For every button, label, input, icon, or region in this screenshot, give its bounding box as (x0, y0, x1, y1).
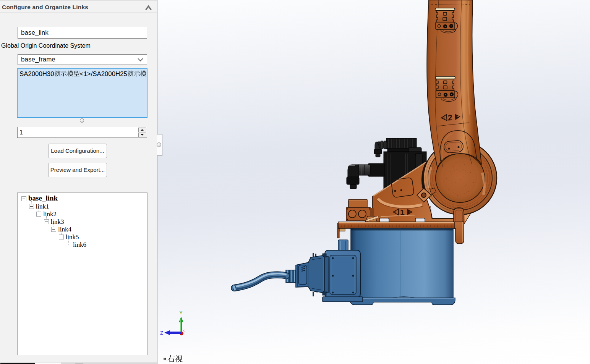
link-tree[interactable]: base_linklink1link2link3link4link5link6 (17, 193, 148, 355)
down-arrow-icon (141, 134, 144, 136)
tree-item-label[interactable]: link2 (43, 210, 57, 218)
panel-title: Configure and Organize Links (2, 4, 88, 11)
collapse-minus-icon (45, 222, 48, 222)
collapse-minus-icon (37, 214, 40, 214)
cjk-glyph-icon (134, 70, 140, 77)
spinner-down-button[interactable] (138, 133, 146, 137)
dropdown-value: base_frame (21, 56, 55, 63)
z-axis-label: Z (160, 330, 163, 336)
number-stepper-input[interactable]: 1 (17, 127, 147, 138)
splitter-knob-icon (157, 142, 161, 147)
tree-item-label[interactable]: link5 (66, 233, 79, 241)
chevron-down-icon (138, 58, 143, 61)
collapse-panel-button[interactable] (145, 5, 152, 11)
robot-model[interactable]: 2 1 (157, 0, 590, 364)
view-orientation-label (162, 354, 183, 363)
cjk-glyph-icon (54, 70, 61, 77)
selected-component-item[interactable]: SA2000H30<1>/SA2000H25 (19, 70, 148, 78)
tree-item-label[interactable]: base_link (28, 194, 58, 202)
collapse-minus-icon (23, 199, 25, 199)
panel-horizontal-scrollbar[interactable] (0, 362, 157, 364)
tree-item-label[interactable]: link3 (51, 218, 64, 226)
tree-expand-box[interactable] (21, 196, 26, 201)
tree-item-label[interactable]: link1 (36, 203, 49, 210)
cjk-glyph-icon (127, 70, 134, 77)
cjk-glyph-icon (146, 70, 148, 77)
spinner-up-button[interactable] (138, 128, 146, 132)
coordinate-system-dropdown[interactable]: base_frame (18, 54, 147, 65)
collapse-minus-icon (30, 206, 33, 207)
cjk-glyph-icon (162, 355, 167, 362)
tree-expand-box[interactable] (36, 212, 41, 217)
base-cable[interactable] (232, 273, 286, 291)
box-bottom-flange (323, 297, 363, 302)
chevron-up-icon (146, 6, 151, 10)
app-window: { "panel": { "title": "Configure and Org… (0, 0, 590, 364)
scrollbar-white-segment (35, 362, 61, 364)
cjk-glyph-icon (73, 70, 80, 77)
origin-coordinate-label: Global Origin Coordinate System (1, 42, 91, 49)
tree-expand-box[interactable] (29, 204, 34, 209)
cjk-glyph-icon (175, 355, 183, 362)
tree-connector (68, 239, 69, 245)
base-plate (350, 298, 455, 305)
cjk-glyph-icon (67, 70, 73, 77)
cjk-glyph-icon (60, 70, 67, 77)
z-axis: Z (160, 330, 182, 336)
connector-shell (296, 256, 324, 293)
tree-connector (68, 245, 72, 245)
load-configuration-button[interactable]: Load Configuration... (48, 144, 107, 158)
selection-box-resize-handle[interactable] (80, 118, 84, 123)
svg-text:1: 1 (400, 208, 405, 217)
tree-connector (46, 216, 47, 219)
box-neck (338, 240, 348, 251)
viewport-3d[interactable]: 2 1 (157, 0, 590, 364)
link-name-input[interactable]: base_link (18, 27, 147, 39)
tree-connector (61, 231, 62, 235)
base-drum (351, 228, 453, 298)
collapse-minus-icon (60, 237, 63, 237)
preview-and-export-button[interactable]: Preview and Export... (48, 163, 107, 177)
collapse-minus-icon (52, 229, 55, 230)
y-axis-label: Y (179, 310, 183, 315)
motor-left-elbow (347, 163, 385, 189)
svg-text:2: 2 (447, 113, 452, 122)
tree-expand-box[interactable] (51, 227, 56, 232)
tree-expand-box[interactable] (44, 219, 49, 224)
orientation-triad: X Y Z (160, 310, 185, 336)
links-property-panel: Configure and Organize Links base_link G… (0, 0, 157, 364)
title-divider (0, 12, 157, 13)
cjk-glyph-icon (140, 70, 146, 77)
up-arrow-icon (141, 129, 144, 131)
tree-item-label[interactable]: link4 (58, 226, 71, 233)
tree-item-label[interactable]: link6 (73, 241, 86, 249)
tree-connector (31, 201, 32, 204)
number-stepper (138, 128, 146, 137)
tree-connector (53, 224, 54, 227)
tree-connector (39, 209, 39, 212)
selected-components-listbox[interactable]: SA2000H30<1>/SA2000H25 (17, 68, 148, 118)
cjk-glyph-icon (167, 355, 175, 362)
panel-splitter[interactable] (157, 134, 162, 156)
junction-box-panel (330, 255, 356, 294)
tree-expand-box[interactable] (59, 235, 64, 239)
